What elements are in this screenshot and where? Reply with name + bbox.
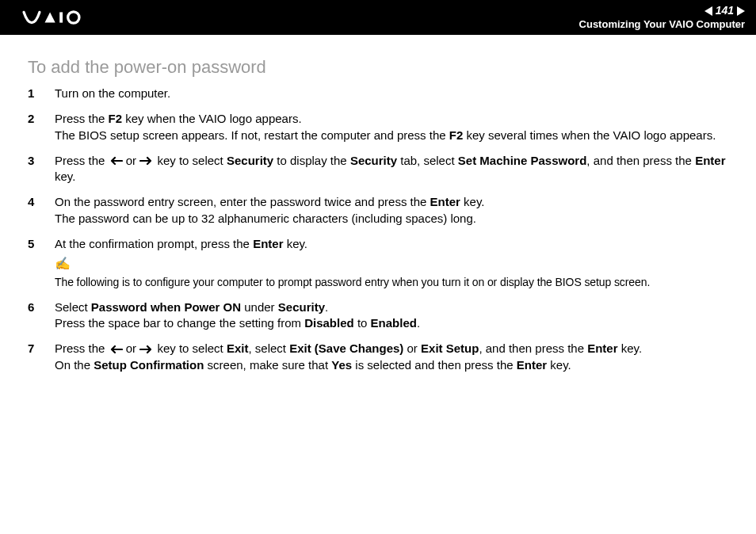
steps-list: Turn on the computer. Press the F2 key w…	[28, 86, 732, 373]
label-disabled: Disabled	[304, 316, 354, 330]
step-text: key.	[547, 358, 571, 372]
step-text: to	[354, 316, 371, 330]
step-text: key to select	[154, 154, 227, 167]
svg-rect-0	[59, 12, 63, 22]
key-enter: Enter	[695, 154, 725, 167]
key-enter: Enter	[587, 341, 617, 355]
step-text: or	[123, 341, 140, 355]
step-text: .	[325, 300, 328, 314]
step-text: Press the	[55, 341, 109, 355]
step-1: Turn on the computer.	[28, 86, 732, 101]
step-3: Press the or key to select Security to d…	[28, 153, 732, 185]
page-prev-icon[interactable]	[704, 6, 712, 16]
step-4: On the password entry screen, enter the …	[28, 194, 732, 227]
step-text: , select	[248, 341, 289, 355]
page-next-icon[interactable]	[737, 6, 745, 16]
key-enter: Enter	[517, 358, 547, 372]
step-text: tab, select	[397, 154, 458, 167]
content-heading: To add the power-on password	[28, 57, 732, 78]
note-icon: ✍	[55, 255, 732, 273]
step-text: , and then press the	[479, 341, 587, 355]
step-text: under	[241, 300, 278, 314]
page-number: 141	[716, 5, 734, 17]
step-text: or	[403, 341, 421, 355]
step-text: key.	[618, 341, 643, 355]
step-text: Press the	[55, 112, 109, 125]
step-text: key.	[283, 237, 307, 250]
svg-point-1	[68, 12, 79, 23]
step-text: screen, make sure that	[204, 358, 331, 372]
vaio-logo	[14, 0, 101, 35]
step-text: key.	[55, 170, 75, 183]
step-2: Press the F2 key when the VAIO logo appe…	[28, 111, 732, 143]
key-f2: F2	[109, 112, 123, 125]
label-yes: Yes	[331, 358, 352, 372]
label-exit: Exit	[227, 341, 249, 355]
arrow-right-icon	[139, 155, 154, 167]
step-text: Select	[55, 300, 91, 314]
label-setup-confirmation: Setup Confirmation	[94, 358, 204, 372]
step-text: , and then press the	[586, 154, 695, 167]
arrow-left-icon	[109, 155, 123, 167]
page-number-row: 141	[579, 5, 745, 17]
step-5: At the confirmation prompt, press the En…	[28, 236, 732, 290]
step-text: key several times when the VAIO logo app…	[463, 128, 716, 142]
step-7: Press the or key to select Exit, select …	[28, 341, 732, 373]
step-text: or	[123, 154, 140, 167]
step-text: key when the VAIO logo appears.	[122, 112, 302, 125]
step-text: On the password entry screen, enter the …	[55, 195, 430, 208]
step-text: Turn on the computer.	[55, 86, 170, 100]
step-text: key.	[460, 195, 485, 208]
note-text: The following is to configure your compu…	[55, 276, 650, 288]
step-text: to display the	[273, 154, 350, 167]
step-text: key to select	[154, 341, 227, 355]
step-6: Select Password when Power ON under Secu…	[28, 299, 732, 332]
note-block: ✍ The following is to configure your com…	[55, 255, 732, 290]
label-password-when-power-on: Password when Power ON	[91, 300, 241, 314]
arrow-left-icon	[109, 344, 123, 356]
section-title: Customizing Your VAIO Computer	[579, 19, 745, 30]
step-text: The BIOS setup screen appears. If not, r…	[55, 128, 449, 142]
label-security: Security	[278, 300, 325, 314]
step-text: is selected and then press the	[352, 358, 517, 372]
label-enabled: Enabled	[371, 316, 417, 330]
page-content: To add the power-on password Turn on the…	[0, 35, 756, 391]
step-text: Press the space bar to change the settin…	[55, 316, 304, 330]
step-text: Press the	[55, 154, 109, 167]
arrow-right-icon	[139, 344, 154, 356]
label-exit-save-changes: Exit (Save Changes)	[289, 341, 403, 355]
step-text: .	[417, 316, 420, 330]
page-header: 141 Customizing Your VAIO Computer	[0, 0, 756, 35]
label-set-machine-password: Set Machine Password	[458, 154, 587, 167]
key-enter: Enter	[253, 237, 283, 250]
label-exit-setup: Exit Setup	[421, 341, 479, 355]
step-text: At the confirmation prompt, press the	[55, 237, 253, 250]
key-f2: F2	[449, 128, 464, 142]
label-security: Security	[350, 154, 397, 167]
step-text: The password can be up to 32 alphanumeri…	[55, 212, 476, 225]
key-enter: Enter	[430, 195, 460, 208]
step-text: On the	[55, 358, 94, 372]
label-security: Security	[227, 154, 273, 167]
header-right: 141 Customizing Your VAIO Computer	[579, 5, 745, 30]
